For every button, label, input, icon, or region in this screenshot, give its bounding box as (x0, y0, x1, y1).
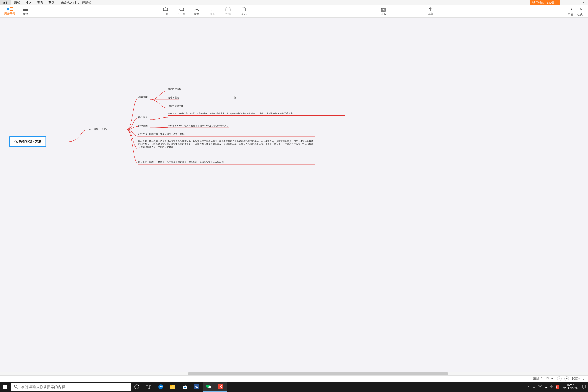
leaf-method[interactable]: 治疗方法：自由联想；释梦；阻抗；移情；解释。 (138, 133, 315, 137)
store-icon[interactable] (179, 382, 191, 392)
btn-relation[interactable]: 联系 (189, 7, 205, 16)
notifications-icon[interactable] (582, 385, 586, 389)
menubar: 文件 编辑 插入 查看 帮助 未命名.xmind - 已编辑 试用模式（130天… (0, 0, 588, 5)
wechat-icon[interactable] (203, 382, 215, 392)
menu-view[interactable]: 查看 (34, 0, 46, 5)
btn-share[interactable]: 分享 (422, 7, 438, 16)
canvas[interactable]: 心理咨询治疗方法 （四）精神分析疗法 基本原理 操作技术 治疗时间 自我防御机制… (0, 18, 588, 372)
btn-subtopic[interactable]: 子主题 (173, 7, 189, 16)
leaf-crit[interactable]: 评价批评：疗程长，花费大；治疗的病人需要满足一定的条件；单纯的强调生物本能作用 (138, 161, 315, 165)
node-op[interactable]: 操作技术 (138, 116, 148, 119)
btn-zen[interactable]: ZEN (376, 7, 391, 16)
clock[interactable]: 15:47 2019/10/28 (562, 383, 579, 390)
svg-rect-31 (184, 387, 186, 388)
zoom-out-button[interactable]: − (557, 376, 562, 381)
windows-icon (3, 385, 7, 389)
node-basic[interactable]: 基本原理 (138, 96, 148, 99)
cursor-icon (234, 96, 237, 99)
svg-rect-1 (10, 7, 13, 8)
doc-title: 未命名.xmind - 已编辑 (59, 0, 94, 5)
scrollbar-thumb[interactable] (188, 372, 448, 375)
leaf-b3[interactable]: 治疗方法的发展 (168, 105, 183, 108)
xmind-icon[interactable]: X (215, 382, 227, 392)
divider (58, 1, 58, 4)
svg-text:X: X (220, 385, 222, 388)
node-time[interactable]: 治疗时间 (138, 124, 148, 127)
leaf-b2[interactable]: 病理学理论 (168, 96, 179, 100)
ime-icon[interactable]: 中 (550, 385, 553, 389)
chevron-down-icon[interactable]: ⌄ (582, 377, 585, 381)
btn-label: ZEN (381, 13, 386, 16)
word-icon[interactable]: W (191, 382, 203, 392)
btn-label: 分享 (427, 12, 433, 16)
topic-icon (163, 7, 168, 12)
leaf-b1[interactable]: 自我防御机制 (168, 88, 181, 91)
cortana-icon[interactable] (131, 382, 143, 392)
menu-edit[interactable]: 编辑 (11, 0, 23, 5)
h-scrollbar[interactable] (0, 372, 588, 375)
btn-label: 格式 (575, 13, 585, 17)
maximize-button[interactable]: ▢ (570, 0, 579, 5)
topic-count: 主题: 1 / 13 (533, 376, 549, 381)
menu-help[interactable]: 帮助 (46, 0, 57, 5)
svg-point-21 (14, 385, 17, 388)
svg-rect-19 (3, 387, 5, 389)
search-input[interactable] (21, 385, 131, 389)
tab-outline[interactable]: 大纲 (18, 7, 33, 16)
note-icon (241, 7, 246, 12)
wifi-icon[interactable] (538, 385, 542, 388)
node-sub1[interactable]: （四）精神分析疗法 (87, 127, 108, 130)
taskbar-search[interactable] (11, 383, 131, 391)
btn-icons[interactable]: ★ (567, 6, 576, 13)
btn-note[interactable]: 笔记 (236, 7, 252, 16)
onedrive-icon[interactable]: ☁ (545, 385, 548, 389)
leaf-op1[interactable]: 治疗目标：协调自我、本我与超我的冲突，加强自我的力量，能更好地控制和应付本能的驱… (168, 112, 345, 116)
svg-rect-12 (226, 8, 230, 11)
svg-point-23 (135, 385, 139, 389)
btn-boundary: 外框 (220, 7, 236, 16)
brush-icon: ✎ (580, 8, 582, 11)
svg-rect-6 (163, 8, 168, 11)
svg-point-35 (208, 386, 211, 388)
zoom-in-button[interactable]: + (564, 376, 569, 381)
zoom-value: 100% (572, 377, 580, 381)
svg-rect-26 (150, 386, 151, 388)
clock-date: 2019/10/28 (563, 387, 578, 390)
btn-label: 图标 (566, 13, 575, 17)
battery-icon[interactable]: ▭ (533, 385, 535, 389)
eye-icon[interactable]: 👁 (551, 377, 554, 381)
svg-rect-13 (381, 8, 385, 11)
menu-file[interactable]: 文件 (0, 0, 11, 5)
btn-label: 主题 (163, 12, 168, 16)
statusbar: 主题: 1 / 13 👁 − + 100% ⌄ (0, 375, 588, 382)
sogou-icon[interactable]: S (556, 385, 559, 389)
tab-label: 思维导图 (4, 12, 16, 16)
boundary-icon (225, 7, 231, 12)
taskview-icon[interactable] (143, 382, 155, 392)
close-button[interactable]: ✕ (579, 0, 588, 5)
minimize-button[interactable]: ─ (561, 0, 570, 5)
edge-icon[interactable] (155, 382, 167, 392)
menu-insert[interactable]: 插入 (23, 0, 34, 5)
btn-topic[interactable]: 主题 (158, 7, 173, 16)
start-button[interactable] (0, 382, 10, 392)
explorer-icon[interactable] (167, 382, 179, 392)
root-node[interactable]: 心理咨询治疗方法 (9, 136, 46, 147)
svg-rect-17 (3, 385, 5, 387)
leaf-time1[interactable]: 一般需要2-3年，每次50分钟；目前6~18个月，会谈每周一次。 (168, 124, 229, 128)
btn-summary: 概要 (205, 7, 220, 16)
svg-rect-25 (148, 385, 150, 389)
system-tray: ＾ ▭ ☁ 中 S 15:47 2019/10/28 (525, 383, 588, 390)
zen-icon (381, 7, 386, 13)
trial-badge[interactable]: 试用模式（130天） (530, 0, 560, 5)
svg-rect-0 (7, 8, 9, 10)
btn-format[interactable]: ✎ (576, 6, 586, 13)
svg-rect-18 (5, 385, 7, 387)
tab-mindmap[interactable]: 思维导图 (2, 7, 18, 16)
leaf-contrib[interactable]: 评价贡献：第一次将人类无意识心理现象作为研究对象，并对其进行了系统的探讨，使得无… (138, 140, 315, 149)
svg-rect-20 (5, 387, 7, 389)
mindmap-icon (7, 7, 13, 12)
summary-icon (210, 7, 215, 12)
svg-rect-14 (382, 9, 384, 11)
chevron-up-icon[interactable]: ＾ (527, 385, 530, 389)
